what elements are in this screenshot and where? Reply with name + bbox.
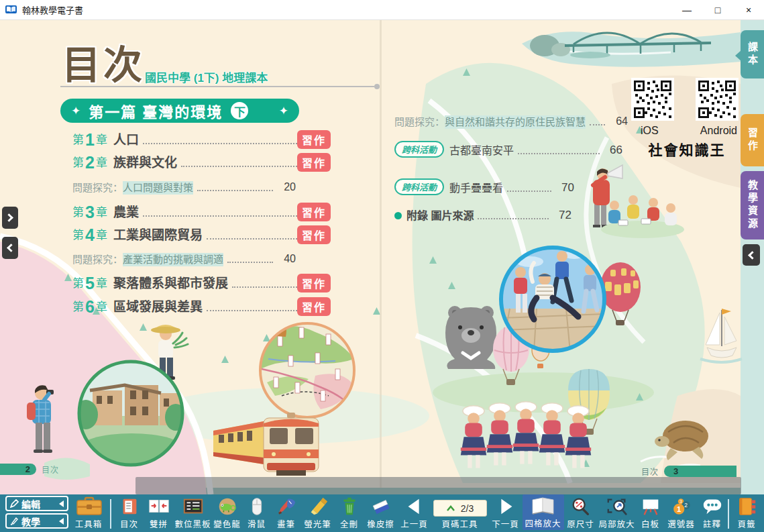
tool-delete-all[interactable]: 全刪 xyxy=(335,496,364,530)
page-scrollbar[interactable] xyxy=(135,477,741,494)
page-number-input[interactable]: 2/3 xyxy=(433,500,487,517)
page-number-pill: 2 xyxy=(0,464,36,475)
tab-workbook[interactable]: 習作 xyxy=(741,114,764,166)
toc-entry-chapter-1[interactable]: 第1章 人口 5 習作 xyxy=(72,131,331,148)
tool-label: 目次 xyxy=(120,517,138,530)
android-qr-code xyxy=(696,78,739,121)
tool-whiteboard[interactable]: 白板 xyxy=(637,496,665,530)
active-tab-notch xyxy=(735,50,741,61)
panel-open-button[interactable] xyxy=(2,207,18,229)
tool-eraser[interactable]: 橡皮擦 xyxy=(364,496,398,530)
tool-original-size[interactable]: 原尺寸 xyxy=(564,496,598,530)
toc-entry-chapter-3[interactable]: 第3章 農業 23 習作 xyxy=(72,204,331,220)
tool-dual-page[interactable]: 雙拼 xyxy=(144,496,174,530)
dot-leader xyxy=(143,215,308,217)
tab-label: 課本 xyxy=(745,42,759,67)
page-number-value: 2/3 xyxy=(461,503,474,514)
tool-partial-zoom[interactable]: 局部放大 xyxy=(598,496,637,530)
toc-entry-chapter-2[interactable]: 第2章 族群與文化 13 習作 xyxy=(72,154,331,170)
workbook-badge[interactable]: 習作 xyxy=(297,225,331,244)
android-label: Android xyxy=(700,125,737,137)
tool-toc[interactable]: 目次 xyxy=(115,496,144,530)
dot-leader xyxy=(181,166,308,167)
dot-leader xyxy=(207,310,308,311)
tool-chameleon[interactable]: 變色龍 xyxy=(213,496,242,530)
tool-page-number[interactable]: 2/3 頁碼工具 xyxy=(431,500,489,530)
close-button[interactable]: × xyxy=(733,0,764,19)
tool-bookmark[interactable]: 頁籤 xyxy=(732,496,761,530)
tool-label: 白板 xyxy=(641,517,659,530)
edit-mode-label: 編輯 xyxy=(21,497,40,511)
tool-mouse[interactable]: 滑鼠 xyxy=(242,496,272,530)
prev-page-edge-button[interactable] xyxy=(2,237,18,259)
photo-circle-dancers xyxy=(501,248,604,352)
dot-leader xyxy=(207,238,308,240)
chapter-title: 聚落體系與都市發展 xyxy=(113,276,228,291)
bottom-toolbar: 編輯 教學 工具箱 目次 xyxy=(0,494,764,532)
tool-quad-zoom[interactable]: 四格放大 xyxy=(523,494,564,530)
toc-entry-inquiry[interactable]: 問題探究： 產業活動的挑戰與調適 40 xyxy=(72,252,296,266)
minimize-button[interactable]: — xyxy=(671,0,702,19)
number-picker-icon: 3 2 1 xyxy=(670,496,693,517)
digital-blackboard-icon xyxy=(182,496,205,517)
section-title: 第一篇 臺灣的環境 xyxy=(89,100,223,121)
edit-mode-button[interactable]: 編輯 xyxy=(5,496,68,511)
inquiry-title: 與自然和諧共存的原住民族智慧 xyxy=(445,115,586,129)
chapter-title: 族群與文化 xyxy=(113,155,177,170)
toc-entry-chapter-6[interactable]: 第6章 區域發展與差異 51 習作 xyxy=(72,299,331,315)
tool-annotation[interactable]: 註釋 xyxy=(698,496,726,530)
qr-caption: 社會知識王 xyxy=(631,139,743,159)
workbook-badge[interactable]: 習作 xyxy=(297,130,331,149)
quad-zoom-icon xyxy=(530,496,557,516)
tool-label: 變色龍 xyxy=(213,517,241,530)
svg-text:3: 3 xyxy=(679,499,682,504)
tool-digital-blackboard[interactable]: 數位黑板 xyxy=(174,496,213,530)
cross-activity-badge: 跨科活動 xyxy=(394,141,444,158)
tool-highlighter[interactable]: 螢光筆 xyxy=(301,496,335,530)
page-number: 20 xyxy=(277,180,296,195)
workbook-badge[interactable]: 習作 xyxy=(297,297,331,316)
workbook-badge[interactable]: 習作 xyxy=(297,153,331,172)
toc-entry-chapter-5[interactable]: 第5章 聚落體系與都市發展 43 習作 xyxy=(72,275,331,291)
annotation-icon xyxy=(701,496,724,517)
tool-next-page[interactable]: 下一頁 xyxy=(489,496,523,530)
toc-entry-chapter-4[interactable]: 第4章 工業與國際貿易 31 習作 xyxy=(72,227,331,243)
dot-leader xyxy=(507,191,551,192)
mouse-icon xyxy=(245,496,268,517)
toc-entry-appendix[interactable]: 附錄 圖片來源 72 xyxy=(394,208,571,223)
tool-number-picker[interactable]: 3 2 1 選號器 xyxy=(665,496,698,530)
workbook-badge[interactable]: 習作 xyxy=(297,274,331,292)
teach-mode-label: 教學 xyxy=(21,515,40,528)
toolbar-divider xyxy=(110,499,113,529)
volume-badge: 下 xyxy=(231,102,248,119)
dot-leader xyxy=(518,153,600,154)
maximize-button[interactable]: □ xyxy=(702,0,733,19)
svg-text:2: 2 xyxy=(684,502,688,509)
toolbox-button[interactable]: 工具箱 xyxy=(68,496,109,530)
inquiry-label: 問題探究： xyxy=(72,253,123,266)
toc-entry-cross-activity[interactable]: 跨科活動 動手疊疊看 70 xyxy=(394,178,574,195)
chapter-title: 人口 xyxy=(113,132,139,148)
tool-prev-page[interactable]: 上一頁 xyxy=(398,496,431,530)
eraser-icon xyxy=(370,496,392,517)
heading-divider xyxy=(60,86,374,87)
star-icon: ✦ xyxy=(71,104,80,118)
toc-entry-inquiry[interactable]: 問題探究： 與自然和諧共存的原住民族智慧 64 xyxy=(394,114,628,129)
tool-label: 上一頁 xyxy=(400,517,428,530)
chapter-title: 農業 xyxy=(113,205,139,220)
tool-pen[interactable]: 畫筆 xyxy=(272,496,301,530)
dual-page-icon xyxy=(148,496,170,517)
teach-mode-button[interactable]: 教學 xyxy=(5,513,68,529)
next-page-icon xyxy=(494,496,517,517)
toc-entry-cross-activity[interactable]: 跨科活動 古都臺南安平 66 xyxy=(394,141,622,158)
pen-icon xyxy=(275,496,298,517)
chapter-number: 第1章 xyxy=(72,131,107,148)
tool-label: 頁籤 xyxy=(737,517,755,530)
toc-entry-inquiry[interactable]: 問題探究： 人口問題與對策 20 xyxy=(72,180,296,195)
sidebar-collapse-button[interactable] xyxy=(743,244,760,266)
tab-resources[interactable]: 教學資源 xyxy=(741,171,764,240)
workbook-badge[interactable]: 習作 xyxy=(297,203,331,221)
page-subtitle: 國民中學 (1下) 地理課本 xyxy=(145,68,268,85)
tab-textbook[interactable]: 課本 xyxy=(741,30,764,78)
inquiry-label: 問題探究： xyxy=(394,115,445,129)
